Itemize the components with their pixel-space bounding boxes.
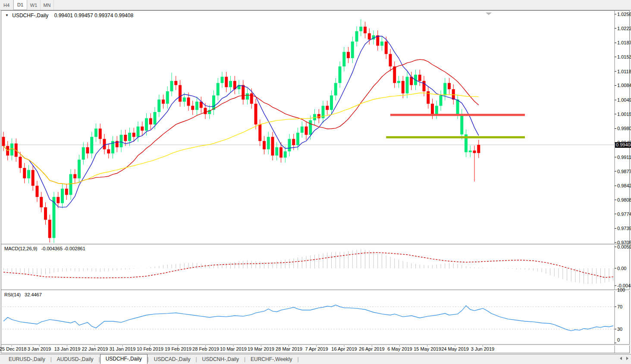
rsi-axis-label: 100 [617,287,625,292]
date-axis-label: 31 Jan 2019 [110,346,136,352]
panel-separator-dates [1,344,630,345]
date-axis-label: 22 Jan 2019 [82,346,108,352]
macd-axis-label: 0.00 [617,266,626,271]
timeframe-button-mn[interactable]: MN [41,0,54,10]
timeframe-button-h4[interactable]: H4 [0,0,13,10]
date-axis-label: 25 Dec 2018 [0,346,26,352]
macd-indicator-label: MACD(12,26,9) -0.004365 -0.002861 [4,246,85,251]
date-axis-label: 19 Feb 2019 [165,346,191,352]
rsi-axis-label: 0 [617,337,620,342]
tab-separator: | [297,355,298,364]
chart-tab-eurchf-weekly[interactable]: EURCHF-,Weekly [245,355,297,364]
macd-values: -0.004365 -0.002861 [41,246,85,251]
rsi-value: 32.4467 [25,292,42,297]
rsi-axis-label: 30 [617,327,622,332]
current-price-tag: 0.99408 [615,142,631,148]
price-axis-label: 1.02220 [617,26,631,31]
chart-tab-usdcad-daily[interactable]: USDCAD-,Daily [149,355,196,364]
date-axis-label: 19 Mar 2019 [248,346,274,352]
price-axis-label: 1.00490 [617,97,631,103]
terminal-window: H4D1W1MN ▼ USDCHF-,Daily 0.99401 0.99457… [0,0,631,364]
chart-symbol-label: USDCHF-,Daily [12,12,48,19]
date-axis-label: 16 Apr 2019 [331,346,357,352]
rsi-indicator-label: RSI(14) 32.4467 [4,292,42,297]
panel-separator-rsi[interactable] [1,289,630,291]
chart-tab-usdcnh-daily[interactable]: USDCNH-,Daily [197,355,244,364]
date-axis-label: 6 May 2019 [387,346,412,352]
macd-axis-label: 0.005999 [617,244,631,249]
tab-scroll-left-icon[interactable] [620,357,622,360]
price-axis-label: 0.99110 [617,155,631,160]
timeframe-button-d1[interactable]: D1 [13,0,27,10]
symbol-tab-bar: EURUSD-,Daily|AUDUSD-,Daily|USDCHF-,Dail… [0,354,631,364]
chart-ohlc-values: 0.99401 0.99457 0.99374 0.99408 [54,12,134,19]
chart-title: ▼ USDCHF-,Daily 0.99401 0.99457 0.99374 … [5,12,133,19]
price-axis-label: 0.97740 [617,212,631,217]
timeframe-toolbar: H4D1W1MN [0,0,631,10]
price-axis-label: 1.01530 [617,54,631,59]
rsi-axis-label: 70 [617,304,622,309]
price-axis-label: 0.98770 [617,169,631,174]
date-axis-label: 15 May 2019 [414,346,441,352]
panel-separator-macd[interactable] [1,244,630,245]
price-axis-label: 0.98420 [617,183,631,188]
date-axis-label: 7 Apr 2019 [305,346,328,352]
date-axis-label: 10 Feb 2019 [137,346,163,352]
date-axis-label: 3 Jan 2019 [28,346,51,352]
price-axis-label: 0.98080 [617,197,631,202]
price-axis-label: 1.00840 [617,83,631,88]
chart-tab-eurusd-daily[interactable]: EURUSD-,Daily [3,355,50,364]
tab-scroll-arrows [620,357,628,360]
date-axis-label: 28 Mar 2019 [276,346,302,352]
price-axis-label: 0.97390 [617,226,631,231]
date-axis-label: 28 Feb 2019 [192,346,219,352]
chart-tab-usdchf-daily[interactable]: USDCHF-,Daily [100,354,148,364]
date-axis-label: 3 Jun 2019 [471,346,494,352]
date-axis-label: 24 May 2019 [441,346,469,352]
date-axis-label: 26 Apr 2019 [359,346,384,352]
price-axis-label: 0.99800 [617,126,631,131]
price-axis-label: 1.01870 [617,40,631,45]
timeframe-button-w1[interactable]: W1 [27,0,41,10]
date-axis-label: 13 Jan 2019 [54,346,81,352]
price-axis-label: 1.02560 [617,12,631,17]
chart-tab-audusd-daily[interactable]: AUDUSD-,Daily [52,355,99,364]
price-axis-label: 1.01180 [617,69,631,74]
tab-scroll-right-icon[interactable] [626,357,628,360]
chart-dropdown-icon[interactable]: ▼ [5,13,9,17]
chart-window[interactable] [1,10,630,353]
price-axis-label: 1.00150 [617,112,631,117]
date-axis-label: 10 Mar 2019 [220,346,247,352]
